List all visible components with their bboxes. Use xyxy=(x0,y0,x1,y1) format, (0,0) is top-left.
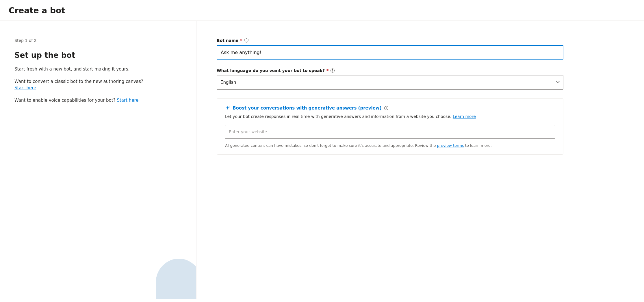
description-2: Want to convert a classic bot to the new… xyxy=(14,78,182,91)
sparkle-icon xyxy=(225,105,230,111)
start-here-link-2[interactable]: Start here xyxy=(117,98,138,103)
panel-heading: Set up the bot xyxy=(14,51,182,60)
svg-point-2 xyxy=(333,69,333,70)
preview-terms-link[interactable]: preview terms xyxy=(437,143,464,148)
form-section: Bot name * What language do you want you… xyxy=(217,38,563,155)
step-indicator: Step 1 of 2 xyxy=(14,38,182,43)
language-select[interactable]: English Spanish French German Portuguese… xyxy=(217,75,563,90)
boost-card: Boost your conversations with generative… xyxy=(217,98,563,155)
learn-more-link[interactable]: Learn more xyxy=(453,114,476,119)
bot-name-label: Bot name * xyxy=(217,38,563,43)
boost-card-header: Boost your conversations with generative… xyxy=(225,105,555,111)
start-here-link-1[interactable]: Start here xyxy=(14,85,36,90)
description-3: Want to enable voice capabilities for yo… xyxy=(14,97,182,104)
language-field-group: What language do you want your bot to sp… xyxy=(217,68,563,90)
decorative-blob xyxy=(156,259,196,299)
main-content: Step 1 of 2 Set up the bot Start fresh w… xyxy=(0,21,644,299)
page-title: Create a bot xyxy=(9,6,635,15)
language-label: What language do you want your bot to sp… xyxy=(217,68,563,73)
boost-description: Let your bot create responses in real ti… xyxy=(225,114,555,120)
description-1: Start fresh with a new bot, and start ma… xyxy=(14,66,182,73)
left-panel: Step 1 of 2 Set up the bot Start fresh w… xyxy=(0,21,196,299)
svg-point-5 xyxy=(386,107,386,107)
boost-info-icon xyxy=(384,106,389,110)
shield-icon xyxy=(244,38,249,43)
info-icon xyxy=(330,68,335,73)
disclaimer-text: AI-generated content can have mistakes, … xyxy=(225,143,555,149)
language-required: * xyxy=(326,68,329,73)
bot-name-required: * xyxy=(240,38,242,43)
page-header: Create a bot xyxy=(0,0,644,21)
language-select-wrapper: English Spanish French German Portuguese… xyxy=(217,75,563,90)
bot-name-field-group: Bot name * xyxy=(217,38,563,60)
boost-title: Boost your conversations with generative… xyxy=(233,105,382,111)
description-3-prefix: Want to enable voice capabilities for yo… xyxy=(14,98,116,103)
website-input[interactable] xyxy=(225,125,555,139)
right-panel: Bot name * What language do you want you… xyxy=(196,21,644,299)
bot-name-input[interactable] xyxy=(217,45,563,60)
description-2-prefix: Want to convert a classic bot to the new… xyxy=(14,79,143,84)
